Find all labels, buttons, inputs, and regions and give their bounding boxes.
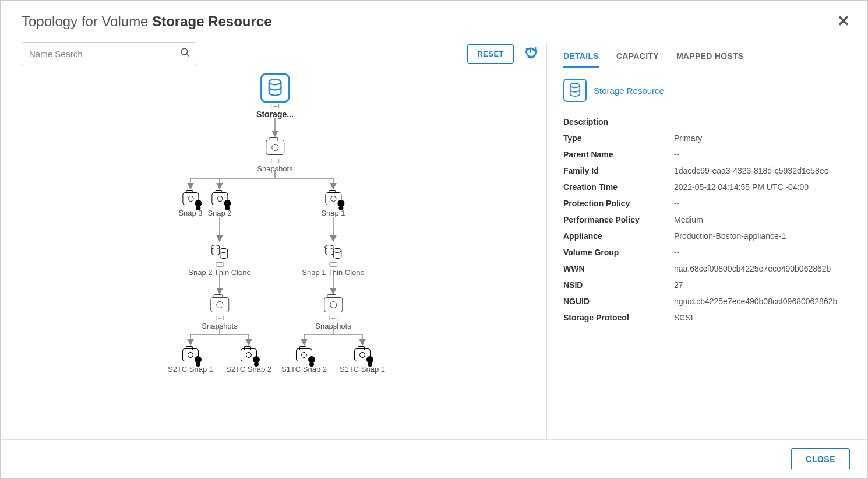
collapse-toggle[interactable] [216, 262, 224, 267]
node-snapshots-folder[interactable]: Snapshots [257, 140, 292, 173]
node-snapshots-folder-3[interactable]: Snapshots [315, 297, 351, 330]
folder-icon [266, 140, 284, 155]
refresh-icon [524, 47, 537, 59]
close-icon[interactable]: ✕ [837, 12, 850, 30]
node-label: Snap 1 [321, 209, 345, 217]
tab-capacity[interactable]: CAPACITY [616, 45, 659, 68]
label-nguid: NGUID [563, 297, 674, 306]
node-s2tc-snap2[interactable]: S2TC Snap 2 [226, 348, 271, 374]
label-creation-time: Creation Time [563, 182, 674, 192]
folder-icon [324, 297, 343, 312]
title-prefix: Topology for Volume [22, 13, 152, 29]
collapse-toggle[interactable] [271, 159, 279, 163]
label-parent-name: Parent Name [563, 150, 674, 159]
value-appliance: Production-Boston-appliance-1 [674, 231, 846, 241]
search-icon [180, 47, 190, 60]
snapshot-icon [182, 192, 199, 205]
node-snap1[interactable]: Snap 1 [321, 192, 345, 217]
label-storage-protocol: Storage Protocol [563, 313, 674, 322]
snapshot-icon [182, 348, 199, 361]
label-type: Type [563, 133, 674, 143]
node-storage-root[interactable]: Storage... [256, 73, 294, 119]
node-s2tc-snap1[interactable]: S2TC Snap 1 [168, 348, 213, 374]
resource-heading: Storage Resource [563, 79, 846, 102]
name-search-input[interactable] [22, 42, 196, 65]
node-label: S1TC Snap 1 [340, 365, 385, 374]
node-label: S1TC Snap 2 [281, 365, 327, 374]
snapshot-icon [354, 348, 371, 361]
node-label: Snapshots [315, 322, 351, 330]
node-label: S2TC Snap 1 [168, 365, 213, 374]
collapse-toggle[interactable] [329, 316, 337, 320]
modal-footer: CLOSE [1, 439, 867, 478]
label-description: Description [563, 117, 674, 126]
label-volume-group: Volume Group [563, 248, 674, 257]
node-label: S2TC Snap 2 [226, 365, 271, 374]
collapse-toggle[interactable] [216, 316, 224, 320]
value-volume-group: -- [674, 248, 846, 257]
node-label: Snapshots [257, 164, 292, 173]
snapshot-icon [296, 348, 312, 361]
value-performance-policy: Medium [674, 215, 846, 224]
collapse-toggle[interactable] [271, 104, 279, 108]
value-wwn: naa.68ccf09800cb4225e7ece490b062862b [674, 264, 846, 273]
database-icon [260, 73, 290, 103]
snapshot-icon [241, 348, 257, 361]
modal-header: Topology for Volume Storage Resource ✕ [1, 1, 867, 42]
value-nsid: 27 [674, 280, 846, 290]
value-protection-policy: -- [674, 199, 846, 208]
detail-tabs: DETAILS CAPACITY MAPPED HOSTS [563, 45, 846, 68]
value-parent-name: -- [674, 150, 846, 159]
database-icon [563, 79, 587, 102]
snapshot-icon [211, 192, 228, 205]
thin-clone-icon [325, 245, 341, 259]
topology-toolbar: RESET [22, 42, 539, 65]
refresh-button[interactable] [522, 44, 539, 64]
node-label: Snap 2 [207, 209, 231, 217]
value-storage-protocol: SCSI [674, 313, 846, 322]
close-button[interactable]: CLOSE [791, 448, 850, 470]
title-resource: Storage Resource [152, 13, 271, 29]
svg-line-1 [186, 54, 189, 57]
collapse-toggle[interactable] [329, 262, 337, 267]
node-s1tc-snap2[interactable]: S1TC Snap 2 [281, 348, 327, 374]
topology-canvas[interactable]: Storage... Snapshots Snap 3 Snap 2 [22, 71, 539, 432]
label-nsid: NSID [563, 280, 674, 290]
label-wwn: WWN [563, 264, 674, 273]
topology-modal: Topology for Volume Storage Resource ✕ R… [0, 0, 868, 479]
node-label: Storage... [256, 110, 294, 119]
modal-title: Topology for Volume Storage Resource [22, 13, 272, 30]
node-snap1-clone[interactable]: Snap 1 Thin Clone [302, 245, 364, 277]
node-snap2-clone[interactable]: Snap 2 Thin Clone [188, 245, 250, 277]
svg-point-0 [181, 48, 188, 55]
value-nguid: nguid.cb4225e7ece490b08ccf09680062862b [674, 297, 846, 306]
tab-mapped-hosts[interactable]: MAPPED HOSTS [676, 45, 744, 68]
value-family-id: 1dacdc99-eaa3-4323-818d-c5932d1e58ee [674, 166, 846, 175]
reset-button[interactable]: RESET [467, 44, 514, 64]
node-label: Snap 1 Thin Clone [302, 268, 364, 277]
resource-link[interactable]: Storage Resource [594, 86, 664, 96]
value-description [674, 117, 846, 126]
node-snap3[interactable]: Snap 3 [178, 192, 202, 217]
details-panel: DETAILS CAPACITY MAPPED HOSTS Storage Re… [547, 42, 867, 439]
svg-point-20 [269, 79, 281, 84]
node-snap2[interactable]: Snap 2 [207, 192, 231, 217]
snapshot-icon [325, 192, 341, 205]
tab-details[interactable]: DETAILS [563, 45, 599, 68]
svg-point-21 [570, 83, 580, 87]
topology-connectors [22, 71, 539, 432]
label-protection-policy: Protection Policy [563, 199, 674, 208]
thin-clone-icon [211, 245, 228, 259]
node-label: Snapshots [202, 322, 237, 330]
node-s1tc-snap1[interactable]: S1TC Snap 1 [340, 348, 385, 374]
value-creation-time: 2022-05-12 04:14:55 PM UTC -04:00 [674, 182, 846, 192]
node-label: Snap 3 [178, 209, 202, 217]
label-performance-policy: Performance Policy [563, 215, 674, 224]
label-appliance: Appliance [563, 231, 674, 241]
value-type: Primary [674, 133, 846, 143]
folder-icon [210, 297, 229, 312]
node-snapshots-folder-2[interactable]: Snapshots [202, 297, 237, 330]
topology-panel: RESET [1, 42, 547, 439]
node-label: Snap 2 Thin Clone [188, 268, 250, 277]
label-family-id: Family Id [563, 166, 674, 175]
